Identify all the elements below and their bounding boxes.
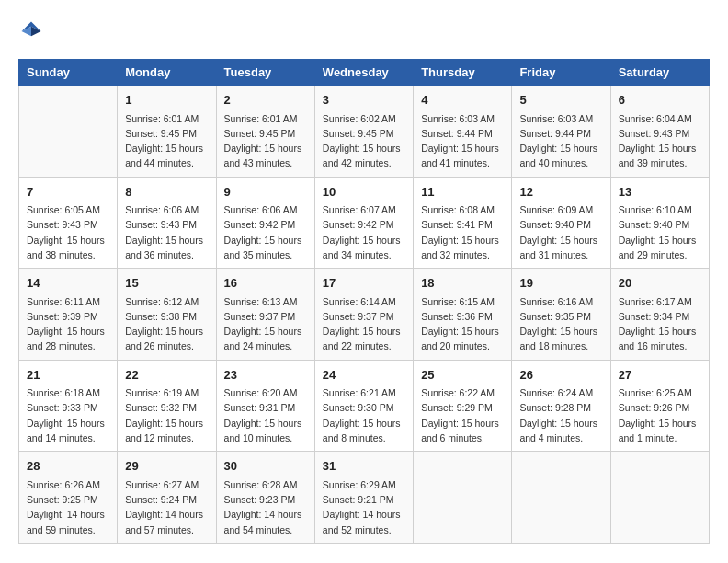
calendar-cell: 21Sunrise: 6:18 AM Sunset: 9:33 PM Dayli…: [19, 360, 118, 452]
logo-icon: [18, 18, 44, 44]
calendar-cell: [414, 452, 512, 544]
date-number: 4: [421, 91, 504, 109]
calendar-table: SundayMondayTuesdayWednesdayThursdayFrid…: [18, 59, 710, 544]
cell-content: Sunrise: 6:06 AM Sunset: 9:43 PM Dayligh…: [125, 202, 208, 262]
cell-content: Sunrise: 6:18 AM Sunset: 9:33 PM Dayligh…: [27, 385, 109, 445]
cell-content: Sunrise: 6:27 AM Sunset: 9:24 PM Dayligh…: [125, 477, 208, 537]
date-number: 16: [224, 274, 307, 293]
date-number: 12: [519, 183, 602, 201]
date-number: 5: [519, 91, 602, 109]
calendar-cell: 6Sunrise: 6:04 AM Sunset: 9:43 PM Daylig…: [610, 86, 709, 178]
calendar-cell: 23Sunrise: 6:20 AM Sunset: 9:31 PM Dayli…: [216, 360, 314, 452]
calendar-cell: 20Sunrise: 6:17 AM Sunset: 9:34 PM Dayli…: [610, 269, 709, 361]
cell-content: Sunrise: 6:04 AM Sunset: 9:43 PM Dayligh…: [619, 111, 701, 171]
calendar-cell: 10Sunrise: 6:07 AM Sunset: 9:42 PM Dayli…: [314, 177, 413, 269]
cell-content: Sunrise: 6:19 AM Sunset: 9:32 PM Dayligh…: [125, 385, 208, 445]
date-number: 6: [619, 91, 701, 109]
cell-content: Sunrise: 6:22 AM Sunset: 9:29 PM Dayligh…: [421, 385, 504, 445]
cell-content: Sunrise: 6:05 AM Sunset: 9:43 PM Dayligh…: [27, 202, 109, 262]
col-header-thursday: Thursday: [414, 60, 512, 86]
calendar-cell: 8Sunrise: 6:06 AM Sunset: 9:43 PM Daylig…: [118, 177, 216, 269]
calendar-cell: 3Sunrise: 6:02 AM Sunset: 9:45 PM Daylig…: [314, 86, 413, 178]
date-number: 25: [421, 366, 504, 385]
week-row-4: 21Sunrise: 6:18 AM Sunset: 9:33 PM Dayli…: [19, 360, 710, 452]
date-number: 17: [323, 274, 405, 293]
calendar-cell: 22Sunrise: 6:19 AM Sunset: 9:32 PM Dayli…: [118, 360, 216, 452]
date-number: 14: [27, 274, 109, 293]
cell-content: Sunrise: 6:29 AM Sunset: 9:21 PM Dayligh…: [323, 477, 405, 537]
cell-content: Sunrise: 6:12 AM Sunset: 9:38 PM Dayligh…: [125, 294, 208, 354]
cell-content: Sunrise: 6:16 AM Sunset: 9:35 PM Dayligh…: [519, 294, 602, 354]
date-number: 23: [224, 366, 307, 385]
calendar-cell: [19, 86, 118, 178]
date-number: 7: [27, 183, 109, 201]
calendar-cell: 27Sunrise: 6:25 AM Sunset: 9:26 PM Dayli…: [610, 360, 709, 452]
logo: [18, 18, 48, 44]
cell-content: Sunrise: 6:10 AM Sunset: 9:40 PM Dayligh…: [619, 202, 701, 262]
cell-content: Sunrise: 6:26 AM Sunset: 9:25 PM Dayligh…: [27, 477, 109, 537]
cell-content: Sunrise: 6:01 AM Sunset: 9:45 PM Dayligh…: [224, 111, 307, 171]
col-header-monday: Monday: [118, 60, 216, 86]
date-number: 18: [421, 274, 504, 293]
date-number: 27: [619, 366, 701, 385]
date-number: 1: [125, 91, 208, 109]
date-number: 20: [619, 274, 701, 293]
calendar-cell: 13Sunrise: 6:10 AM Sunset: 9:40 PM Dayli…: [610, 177, 709, 269]
calendar-cell: 18Sunrise: 6:15 AM Sunset: 9:36 PM Dayli…: [414, 269, 512, 361]
calendar-cell: 7Sunrise: 6:05 AM Sunset: 9:43 PM Daylig…: [19, 177, 118, 269]
col-header-sunday: Sunday: [19, 60, 118, 86]
cell-content: Sunrise: 6:20 AM Sunset: 9:31 PM Dayligh…: [224, 385, 307, 445]
calendar-cell: 19Sunrise: 6:16 AM Sunset: 9:35 PM Dayli…: [512, 269, 610, 361]
date-number: 31: [323, 457, 405, 476]
date-number: 3: [323, 91, 405, 109]
cell-content: Sunrise: 6:01 AM Sunset: 9:45 PM Dayligh…: [125, 111, 208, 171]
cell-content: Sunrise: 6:24 AM Sunset: 9:28 PM Dayligh…: [519, 385, 602, 445]
cell-content: Sunrise: 6:06 AM Sunset: 9:42 PM Dayligh…: [224, 202, 307, 262]
cell-content: Sunrise: 6:03 AM Sunset: 9:44 PM Dayligh…: [421, 111, 504, 171]
cell-content: Sunrise: 6:02 AM Sunset: 9:45 PM Dayligh…: [323, 111, 405, 171]
date-number: 26: [519, 366, 602, 385]
calendar-cell: 9Sunrise: 6:06 AM Sunset: 9:42 PM Daylig…: [216, 177, 314, 269]
col-header-wednesday: Wednesday: [314, 60, 413, 86]
header-row: SundayMondayTuesdayWednesdayThursdayFrid…: [19, 60, 710, 86]
calendar-cell: 11Sunrise: 6:08 AM Sunset: 9:41 PM Dayli…: [414, 177, 512, 269]
week-row-3: 14Sunrise: 6:11 AM Sunset: 9:39 PM Dayli…: [19, 269, 710, 361]
cell-content: Sunrise: 6:09 AM Sunset: 9:40 PM Dayligh…: [519, 202, 602, 262]
calendar-cell: 5Sunrise: 6:03 AM Sunset: 9:44 PM Daylig…: [512, 86, 610, 178]
calendar-cell: 25Sunrise: 6:22 AM Sunset: 9:29 PM Dayli…: [414, 360, 512, 452]
date-number: 11: [421, 183, 504, 201]
page-header: [18, 18, 710, 44]
calendar-cell: 26Sunrise: 6:24 AM Sunset: 9:28 PM Dayli…: [512, 360, 610, 452]
date-number: 22: [125, 366, 208, 385]
date-number: 13: [619, 183, 701, 201]
calendar-cell: 29Sunrise: 6:27 AM Sunset: 9:24 PM Dayli…: [118, 452, 216, 544]
cell-content: Sunrise: 6:13 AM Sunset: 9:37 PM Dayligh…: [224, 294, 307, 354]
week-row-1: 1Sunrise: 6:01 AM Sunset: 9:45 PM Daylig…: [19, 86, 710, 178]
date-number: 24: [323, 366, 405, 385]
col-header-tuesday: Tuesday: [216, 60, 314, 86]
cell-content: Sunrise: 6:14 AM Sunset: 9:37 PM Dayligh…: [323, 294, 405, 354]
calendar-cell: 14Sunrise: 6:11 AM Sunset: 9:39 PM Dayli…: [19, 269, 118, 361]
calendar-cell: 16Sunrise: 6:13 AM Sunset: 9:37 PM Dayli…: [216, 269, 314, 361]
cell-content: Sunrise: 6:07 AM Sunset: 9:42 PM Dayligh…: [323, 202, 405, 262]
date-number: 10: [323, 183, 405, 201]
cell-content: Sunrise: 6:11 AM Sunset: 9:39 PM Dayligh…: [27, 294, 109, 354]
cell-content: Sunrise: 6:17 AM Sunset: 9:34 PM Dayligh…: [619, 294, 701, 354]
date-number: 28: [27, 457, 109, 476]
date-number: 29: [125, 457, 208, 476]
date-number: 2: [224, 91, 307, 109]
calendar-cell: 17Sunrise: 6:14 AM Sunset: 9:37 PM Dayli…: [314, 269, 413, 361]
week-row-2: 7Sunrise: 6:05 AM Sunset: 9:43 PM Daylig…: [19, 177, 710, 269]
calendar-cell: [610, 452, 709, 544]
calendar-cell: 24Sunrise: 6:21 AM Sunset: 9:30 PM Dayli…: [314, 360, 413, 452]
calendar-cell: 15Sunrise: 6:12 AM Sunset: 9:38 PM Dayli…: [118, 269, 216, 361]
calendar-cell: [512, 452, 610, 544]
cell-content: Sunrise: 6:15 AM Sunset: 9:36 PM Dayligh…: [421, 294, 504, 354]
date-number: 19: [519, 274, 602, 293]
col-header-saturday: Saturday: [610, 60, 709, 86]
date-number: 15: [125, 274, 208, 293]
calendar-cell: 30Sunrise: 6:28 AM Sunset: 9:23 PM Dayli…: [216, 452, 314, 544]
calendar-cell: 2Sunrise: 6:01 AM Sunset: 9:45 PM Daylig…: [216, 86, 314, 178]
cell-content: Sunrise: 6:28 AM Sunset: 9:23 PM Dayligh…: [224, 477, 307, 537]
cell-content: Sunrise: 6:25 AM Sunset: 9:26 PM Dayligh…: [619, 385, 701, 445]
